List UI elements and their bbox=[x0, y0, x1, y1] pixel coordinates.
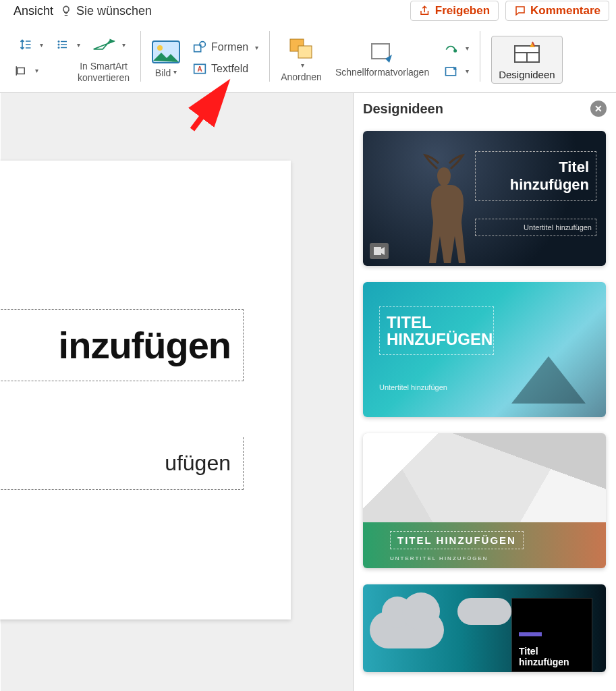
fill-icon bbox=[443, 42, 459, 55]
line-spacing-button[interactable]: ▾ bbox=[18, 36, 43, 53]
textbox-icon: A bbox=[192, 62, 207, 76]
shapes-label: Formen bbox=[211, 41, 248, 53]
align-button[interactable]: ▾ bbox=[13, 58, 38, 82]
design-idea-1[interactable]: Titel hinzufügen Untertitel hinzufügen bbox=[363, 131, 606, 266]
svg-rect-21 bbox=[374, 247, 381, 255]
annotation-arrow bbox=[190, 86, 230, 136]
svg-point-15 bbox=[454, 49, 456, 51]
lightbulb-icon bbox=[60, 5, 72, 17]
idea2-title: TITEL HINZUFÜGEN bbox=[379, 306, 494, 355]
shapes-button[interactable]: Formen▾ bbox=[192, 40, 258, 54]
arrange-label: Anordnen bbox=[281, 72, 322, 82]
shape-outline-button[interactable]: ▾ bbox=[443, 65, 469, 78]
svg-marker-4 bbox=[109, 39, 115, 44]
design-idea-4[interactable]: Titel hinzufügen bbox=[363, 584, 606, 672]
share-button[interactable]: Freigeben bbox=[410, 1, 499, 21]
svg-line-20 bbox=[192, 92, 221, 130]
quickstyles-group: Schnellformatvorlagen bbox=[329, 27, 436, 92]
shapes-icon bbox=[192, 40, 207, 54]
insert-image-button[interactable]: Bild▾ bbox=[152, 40, 180, 78]
list-button[interactable]: ▾ bbox=[55, 36, 80, 53]
textbox-label: Textfeld bbox=[211, 63, 248, 75]
subtitle-placeholder[interactable]: ufügen bbox=[0, 437, 244, 490]
comment-icon bbox=[514, 5, 526, 17]
cloud-icon bbox=[457, 598, 511, 625]
pane-title: Designideen bbox=[363, 101, 443, 117]
idea3-title: TITEL HINZUFÜGEN bbox=[390, 531, 524, 549]
svg-point-0 bbox=[58, 41, 59, 43]
align-icon bbox=[13, 65, 28, 77]
slide[interactable]: inzufügen ufügen bbox=[0, 161, 291, 619]
title-placeholder[interactable]: inzufügen bbox=[0, 309, 244, 381]
outline-icon bbox=[443, 65, 459, 78]
svg-point-2 bbox=[58, 47, 59, 49]
ribbon: ▾ ▾ ▾ ▾ In SmartArt konvertieren bbox=[0, 22, 616, 93]
pane-body[interactable]: Titel hinzufügen Untertitel hinzufügen T… bbox=[354, 124, 616, 691]
cloud-icon bbox=[370, 611, 444, 648]
svg-point-1 bbox=[58, 45, 59, 46]
close-pane-button[interactable]: ✕ bbox=[590, 101, 607, 117]
designideas-group: Designideen bbox=[484, 27, 569, 92]
design-idea-2[interactable]: TITEL HINZUFÜGEN Untertitel hinzufügen bbox=[363, 282, 606, 417]
line-spacing-icon bbox=[18, 38, 33, 51]
svg-text:A: A bbox=[197, 66, 202, 74]
tell-me[interactable]: Sie wünschen bbox=[60, 4, 152, 18]
quickstyles-icon bbox=[369, 41, 396, 64]
image-icon bbox=[152, 40, 180, 63]
list-icon bbox=[55, 38, 70, 51]
arrange-icon bbox=[288, 37, 315, 60]
window-topbar: Ansicht Sie wünschen Freigeben Kommentar… bbox=[0, 0, 616, 22]
share-icon bbox=[419, 5, 431, 17]
idea4-panel: Titel hinzufügen bbox=[511, 598, 592, 672]
quickstyles-button[interactable] bbox=[369, 41, 396, 64]
slide-canvas[interactable]: inzufügen ufügen bbox=[0, 93, 353, 691]
comments-button[interactable]: Kommentare bbox=[505, 1, 609, 21]
design-ideas-icon bbox=[512, 40, 542, 63]
arrange-group: ▾ Anordnen bbox=[274, 27, 329, 92]
share-label: Freigeben bbox=[435, 4, 490, 18]
idea4-title: Titel hinzufügen bbox=[519, 646, 585, 667]
tell-me-label: Sie wünschen bbox=[76, 4, 152, 18]
comments-label: Kommentare bbox=[530, 4, 600, 18]
insert-group: Bild▾ Formen▾ A Textfeld bbox=[145, 27, 265, 92]
subtitle-text: ufügen bbox=[0, 451, 231, 476]
idea1-subtitle: Untertitel hinzufügen bbox=[475, 219, 596, 236]
image-label: Bild bbox=[155, 67, 171, 78]
smartart-convert-button[interactable]: ▾ bbox=[92, 36, 125, 53]
design-ideas-label: Designideen bbox=[499, 69, 555, 80]
paragraph-group: ▾ ▾ ▾ ▾ In SmartArt konvertieren bbox=[7, 27, 136, 92]
svg-rect-14 bbox=[372, 44, 389, 59]
tab-view[interactable]: Ansicht bbox=[7, 3, 60, 20]
shape-format-group: ▾ ▾ bbox=[436, 27, 476, 92]
work-area: inzufügen ufügen Designideen ✕ bbox=[0, 93, 616, 691]
design-ideas-button[interactable]: Designideen bbox=[491, 36, 562, 84]
video-icon bbox=[370, 243, 389, 259]
svg-rect-5 bbox=[18, 67, 25, 74]
idea3-subtitle: UNTERTITEL HINZUFÜGEN bbox=[390, 555, 488, 561]
deer-icon bbox=[403, 151, 484, 266]
svg-point-7 bbox=[157, 45, 163, 51]
arrange-button[interactable]: ▾ bbox=[288, 37, 315, 69]
title-text: inzufügen bbox=[0, 323, 231, 367]
pane-header: Designideen ✕ bbox=[354, 93, 616, 124]
idea1-title: Titel hinzufügen bbox=[475, 151, 596, 201]
textbox-button[interactable]: A Textfeld bbox=[192, 62, 258, 76]
design-idea-3[interactable]: TITEL HINZUFÜGEN UNTERTITEL HINZUFÜGEN bbox=[363, 433, 606, 568]
shape-fill-button[interactable]: ▾ bbox=[443, 42, 469, 55]
mountain-icon bbox=[511, 356, 586, 404]
design-ideas-pane: Designideen ✕ Titel hinzufügen Untertite… bbox=[353, 93, 616, 691]
smartart-label: In SmartArt konvertieren bbox=[78, 61, 130, 82]
idea2-subtitle: Untertitel hinzufügen bbox=[379, 383, 447, 391]
smartart-icon bbox=[92, 36, 115, 53]
quickstyles-label: Schnellformatvorlagen bbox=[335, 67, 429, 78]
svg-rect-13 bbox=[298, 46, 312, 58]
